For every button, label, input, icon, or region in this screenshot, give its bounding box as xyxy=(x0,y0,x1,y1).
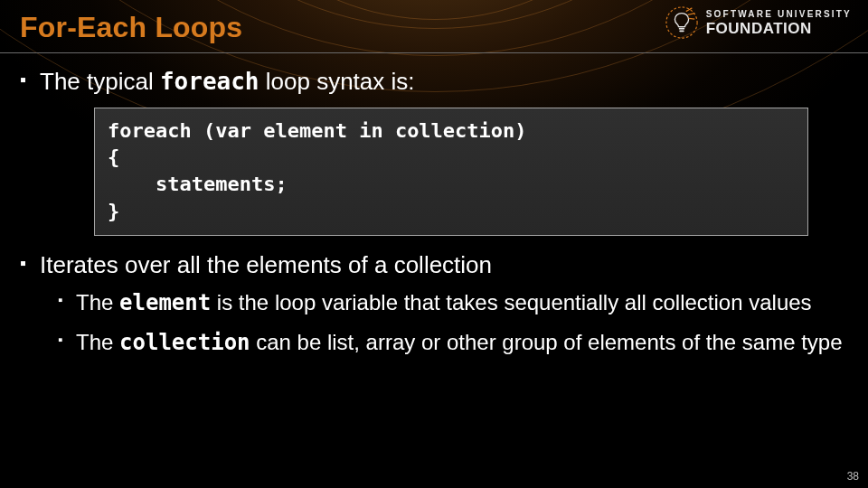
logo-text-bottom: FOUNDATION xyxy=(706,21,852,36)
bullet-text: loop syntax is: xyxy=(259,68,415,95)
lightbulb-icon xyxy=(665,5,699,40)
bullet-text: can be list, array or other group of ele… xyxy=(250,330,843,354)
slide-title: For-Each Loops xyxy=(20,11,242,44)
bullet-text: is the loop variable that takes sequenti… xyxy=(211,290,811,314)
sub-bullet-item: The collection can be list, array or oth… xyxy=(58,329,850,356)
code-block: foreach (var element in collection) { st… xyxy=(94,108,808,237)
logo-text-top: SOFTWARE UNIVERSITY xyxy=(706,10,852,19)
code-line: { xyxy=(108,145,119,168)
bullet-item: The typical foreach loop syntax is: fore… xyxy=(18,67,850,236)
sub-bullet-item: The element is the loop variable that ta… xyxy=(58,289,850,316)
svg-rect-1 xyxy=(679,28,684,30)
svg-point-0 xyxy=(666,7,697,38)
inline-code: collection xyxy=(119,330,250,355)
inline-code: element xyxy=(119,290,211,315)
code-line: statements; xyxy=(108,173,288,195)
code-line: foreach (var element in collection) xyxy=(108,119,527,142)
bullet-item: Iterates over all the elements of a coll… xyxy=(18,250,850,356)
slide: For-Each Loops SOFTWARE UNIVERSITY FOUND… xyxy=(0,0,868,488)
bullet-text: Iterates over all the elements of a coll… xyxy=(40,251,492,278)
slide-body: The typical foreach loop syntax is: fore… xyxy=(18,67,850,369)
brand-logo: SOFTWARE UNIVERSITY FOUNDATION xyxy=(665,5,852,40)
bullet-text: The xyxy=(76,330,119,354)
bullet-text: The xyxy=(76,290,119,314)
code-line: } xyxy=(108,200,119,222)
inline-code: foreach xyxy=(160,68,259,95)
title-underline xyxy=(0,52,868,53)
svg-rect-2 xyxy=(679,31,684,33)
page-number: 38 xyxy=(847,470,859,483)
bullet-text: The typical xyxy=(40,68,160,95)
